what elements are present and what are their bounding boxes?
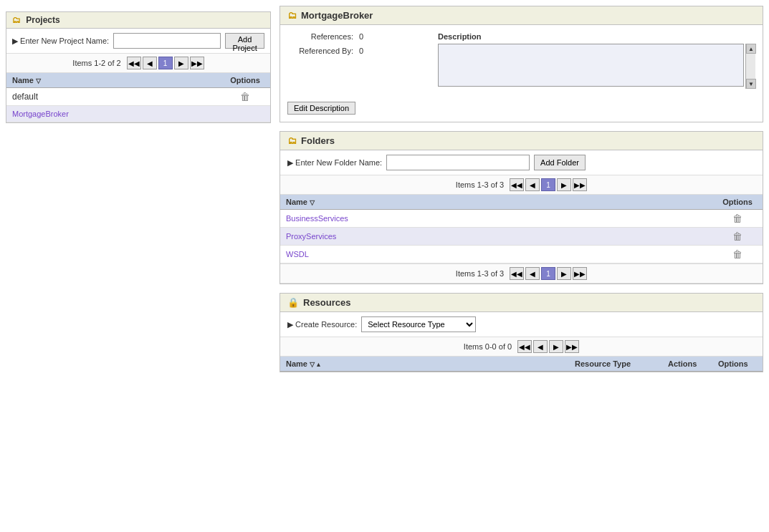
resources-title: Resources (303, 297, 350, 308)
project-name-default: default (6, 89, 220, 105)
trash-icon: 🗑 (732, 213, 742, 224)
folder-name-wsdl: WSDL (280, 246, 712, 262)
resources-panel: 🔒 Resources ▶ Create Resource: Select Re… (280, 293, 763, 372)
trash-icon: 🗑 (732, 231, 742, 242)
resources-name-sort-icon[interactable]: ▽ (310, 361, 320, 368)
projects-panel: 🗂 Projects ▶ Enter New Project Name: Add… (6, 11, 271, 123)
projects-header: 🗂 Projects (6, 12, 270, 29)
folders-bottom-last-page-button[interactable]: ▶▶ (573, 267, 587, 280)
folder-link-businessservices[interactable]: BusinessServices (286, 214, 348, 223)
projects-next-page-button[interactable]: ▶ (174, 57, 188, 69)
projects-folder-icon: 🗂 (12, 15, 21, 25)
referenced-by-value: 0 (359, 47, 388, 55)
folders-last-page-button[interactable]: ▶▶ (573, 178, 587, 191)
broker-grid: References: 0 Referenced By: 0 Descripti… (287, 32, 755, 89)
resources-next-page-button[interactable]: ▶ (549, 340, 563, 353)
resources-table-header: Name ▽ Resource Type Actions Options (280, 357, 763, 372)
resource-type-select[interactable]: Select Resource Type (361, 316, 476, 332)
resources-type-col-header: Resource Type (569, 357, 662, 371)
add-folder-button[interactable]: Add Folder (534, 155, 586, 170)
edit-description-button[interactable]: Edit Description (287, 102, 355, 115)
broker-details: References: 0 Referenced By: 0 Descripti… (280, 25, 763, 96)
delete-folder-wsdl-button[interactable]: 🗑 (732, 248, 742, 260)
create-resource-label: ▶ Create Resource: (287, 320, 357, 329)
folders-panel: 🗂 Folders ▶ Enter New Folder Name: Add F… (280, 131, 763, 284)
folders-prev-page-button[interactable]: ◀ (525, 178, 540, 191)
projects-last-page-button[interactable]: ▶▶ (190, 57, 204, 69)
folders-pagination-top: Items 1-3 of 3 ◀◀ ◀ 1 ▶ ▶▶ (280, 175, 763, 195)
folders-pagination-info: Items 1-3 of 3 (456, 180, 504, 189)
scroll-track (746, 54, 755, 79)
referenced-by-row: Referenced By: 0 (287, 47, 431, 55)
folders-header: 🗂 Folders (280, 132, 763, 150)
resources-icon: 🔒 (287, 297, 299, 308)
enter-project-name-label: ▶ Enter New Project Name: (12, 37, 109, 46)
folders-title: Folders (301, 135, 335, 146)
add-folder-row: ▶ Enter New Folder Name: Add Folder (280, 150, 763, 175)
table-row: MortgageBroker (6, 106, 270, 122)
delete-folder-businessservices-button[interactable]: 🗑 (732, 213, 742, 224)
trash-icon: 🗑 (732, 248, 742, 260)
trash-icon: 🗑 (240, 91, 250, 102)
folders-name-col-header: Name ▽ (280, 195, 712, 209)
folder-name-proxyservices: ProxyServices (280, 228, 712, 244)
enter-folder-name-label: ▶ Enter New Folder Name: (287, 158, 382, 168)
folders-table-header: Name ▽ Options (280, 195, 763, 210)
folders-pagination-bottom-info: Items 1-3 of 3 (456, 269, 504, 278)
delete-folder-proxyservices-button[interactable]: 🗑 (732, 231, 742, 242)
project-name-input[interactable] (113, 33, 221, 49)
references-label: References: (287, 32, 359, 41)
main-content: 🗂 MortgageBroker References: 0 Reference… (280, 6, 763, 372)
projects-current-page-button[interactable]: 1 (158, 57, 173, 69)
add-project-button[interactable]: Add Project (225, 33, 264, 49)
projects-name-col-header: Name ▽ (6, 73, 220, 87)
projects-prev-page-button[interactable]: ◀ (143, 57, 157, 69)
references-row: References: 0 (287, 32, 431, 41)
project-options-mortgagebroker (220, 111, 270, 117)
resources-pagination: Items 0-0 of 0 ◀◀ ◀ ▶ ▶▶ (280, 337, 763, 357)
folder-link-proxyservices[interactable]: ProxyServices (286, 232, 336, 241)
referenced-by-label: Referenced By: (287, 47, 359, 55)
folders-options-col-header: Options (712, 195, 763, 209)
folders-name-sort-icon[interactable]: ▽ (310, 199, 315, 206)
folder-name-businessservices: BusinessServices (280, 211, 712, 226)
projects-options-col-header: Options (220, 73, 270, 87)
project-options-default: 🗑 (220, 88, 270, 105)
project-name-mortgagebroker: MortgageBroker (6, 106, 220, 122)
resources-pagination-info: Items 0-0 of 0 (464, 342, 512, 351)
description-textarea[interactable] (438, 44, 744, 87)
resources-first-page-button[interactable]: ◀◀ (517, 340, 532, 353)
resources-actions-col-header: Actions (662, 357, 712, 371)
table-row: WSDL 🗑 (280, 246, 763, 263)
folders-bottom-next-page-button[interactable]: ▶ (557, 267, 571, 280)
folders-first-page-button[interactable]: ◀◀ (510, 178, 524, 191)
add-project-row: ▶ Enter New Project Name: Add Project (6, 29, 270, 53)
table-row: default 🗑 (6, 88, 270, 106)
projects-table-header: Name ▽ Options (6, 73, 270, 88)
folders-current-page-button[interactable]: 1 (541, 178, 555, 191)
table-row: BusinessServices 🗑 (280, 210, 763, 228)
references-value: 0 (359, 32, 388, 41)
projects-first-page-button[interactable]: ◀◀ (127, 57, 141, 69)
resources-prev-page-button[interactable]: ◀ (533, 340, 548, 353)
delete-project-default-button[interactable]: 🗑 (240, 91, 250, 102)
scroll-down-button[interactable]: ▼ (746, 79, 756, 89)
scroll-up-button[interactable]: ▲ (746, 44, 756, 54)
mortgagebroker-folder-icon: 🗂 (287, 10, 297, 21)
folders-next-page-button[interactable]: ▶ (557, 178, 571, 191)
folder-options-businessservices: 🗑 (712, 210, 763, 227)
project-link-mortgagebroker[interactable]: MortgageBroker (12, 110, 69, 118)
folder-link-wsdl[interactable]: WSDL (286, 250, 309, 258)
projects-pagination-info: Items 1-2 of 2 (72, 59, 120, 67)
description-scroll-area: ▲ ▼ (438, 44, 755, 89)
edit-description-row: Edit Description (280, 96, 763, 122)
name-sort-icon[interactable]: ▽ (36, 77, 41, 84)
folder-name-input[interactable] (386, 155, 530, 170)
folder-options-wsdl: 🗑 (712, 246, 763, 263)
resources-last-page-button[interactable]: ▶▶ (565, 340, 579, 353)
folders-bottom-first-page-button[interactable]: ◀◀ (510, 267, 524, 280)
description-scrollbar[interactable]: ▲ ▼ (745, 44, 755, 89)
folders-bottom-prev-page-button[interactable]: ◀ (525, 267, 540, 280)
mortgagebroker-title: MortgageBroker (301, 10, 373, 21)
folders-bottom-current-page-button[interactable]: 1 (541, 267, 555, 280)
